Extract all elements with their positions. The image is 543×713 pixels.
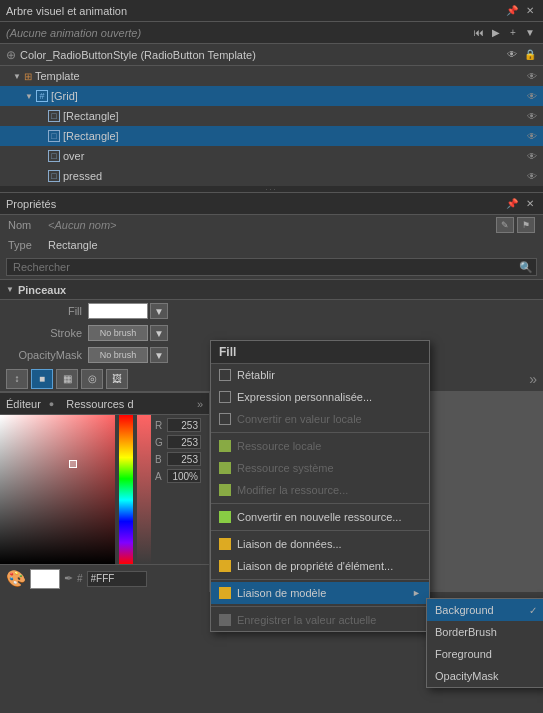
popup-item-retablir[interactable]: Rétablir <box>211 364 429 386</box>
r-input[interactable] <box>167 418 201 432</box>
a-label: A <box>155 471 167 482</box>
gradient-btn[interactable]: ▦ <box>56 369 78 389</box>
breadcrumb-lock-icon[interactable]: 🔒 <box>523 48 537 62</box>
tree-eye-pressed[interactable]: 👁 <box>525 169 539 183</box>
tree-arrow-rect1 <box>36 111 46 121</box>
liaison-modele-color <box>219 587 231 599</box>
add-icon[interactable]: + <box>506 26 520 40</box>
tree-eye-over[interactable]: 👁 <box>525 149 539 163</box>
popup-item-liaison-propriete[interactable]: Liaison de propriété d'élément... <box>211 555 429 577</box>
popup-item-expression[interactable]: Expression personnalisée... <box>211 386 429 408</box>
popup-sep1 <box>211 432 429 433</box>
ressource-locale-color <box>219 440 231 452</box>
breadcrumb: ⊕ Color_RadioButtonStyle (RadioButton Te… <box>0 44 543 66</box>
submenu-item-background[interactable]: Background ✓ <box>427 599 543 621</box>
tree-container: ⊞ Template 👁 # [Grid] 👁 □ [Rectangle] 👁 … <box>0 66 543 186</box>
convertir-ressource-label: Convertir en nouvelle ressource... <box>237 511 401 523</box>
popup-item-convertir-ressource[interactable]: Convertir en nouvelle ressource... <box>211 506 429 528</box>
submenu-item-foreground[interactable]: Foreground <box>427 643 543 665</box>
opacity-options-btn[interactable]: ▼ <box>150 347 168 363</box>
transform-btn[interactable]: ↕ <box>6 369 28 389</box>
stroke-options-btn[interactable]: ▼ <box>150 325 168 341</box>
popup-item-liaison-donnees[interactable]: Liaison de données... <box>211 533 429 555</box>
b-input[interactable] <box>167 452 201 466</box>
pin-icon[interactable]: 📌 <box>505 4 519 18</box>
tree-item-pressed[interactable]: □ pressed 👁 <box>0 166 543 186</box>
color-alpha-strip[interactable] <box>137 415 151 564</box>
rewind-icon[interactable]: ⏮ <box>472 26 486 40</box>
play-icon[interactable]: ▶ <box>489 26 503 40</box>
opacity-swatch[interactable]: No brush <box>88 347 148 363</box>
hex-input[interactable] <box>87 571 147 587</box>
convertir-ressource-color <box>219 511 231 523</box>
fill-label: Fill <box>8 305 88 317</box>
tree-eye-rect2[interactable]: 👁 <box>525 129 539 143</box>
eyedropper-icon[interactable]: ✒ <box>64 572 73 585</box>
properties-close-icon[interactable]: ✕ <box>523 197 537 211</box>
submenu-item-opacitymask[interactable]: OpacityMask <box>427 665 543 687</box>
popup-sep5 <box>211 606 429 607</box>
color-area: R G B A <box>0 415 209 564</box>
tree-eye-grid[interactable]: 👁 <box>525 89 539 103</box>
tree-item-grid[interactable]: # [Grid] 👁 <box>0 86 543 106</box>
tree-label-over: over <box>63 150 525 162</box>
color-gradient-bg <box>0 415 115 564</box>
opacity-label: OpacityMask <box>8 349 88 361</box>
search-input[interactable] <box>6 258 537 276</box>
chevron-icon[interactable]: ▼ <box>523 26 537 40</box>
submenu-item-borderbrush[interactable]: BorderBrush <box>427 621 543 643</box>
animation-dropdown-text: (Aucune animation ouverte) <box>6 27 141 39</box>
liaison-donnees-color <box>219 538 231 550</box>
g-row: G <box>155 434 201 450</box>
fill-swatch[interactable] <box>88 303 148 319</box>
color-picker-cursor[interactable] <box>69 460 77 468</box>
liaison-propriete-label: Liaison de propriété d'élément... <box>237 560 393 572</box>
image-btn[interactable]: 🖼 <box>106 369 128 389</box>
liaison-modele-submenu: Background ✓ BorderBrush Foreground Opac… <box>426 598 543 688</box>
more-icon[interactable]: » <box>529 371 537 387</box>
tree-eye-template[interactable]: 👁 <box>525 69 539 83</box>
name-edit-icon[interactable]: ✎ <box>496 217 514 233</box>
popup-item-ressource-locale: Ressource locale <box>211 435 429 457</box>
tree-eye-rect1[interactable]: 👁 <box>525 109 539 123</box>
solid-btn[interactable]: ■ <box>31 369 53 389</box>
tree-label-template: Template <box>35 70 525 82</box>
a-input[interactable] <box>167 469 201 483</box>
ressource-locale-label: Ressource locale <box>237 440 321 452</box>
expression-label: Expression personnalisée... <box>237 391 372 403</box>
color-swatches-icon[interactable]: 🎨 <box>6 569 26 588</box>
properties-pin-icon[interactable]: 📌 <box>505 197 519 211</box>
tree-item-rect1[interactable]: □ [Rectangle] 👁 <box>0 106 543 126</box>
editor-more-icon[interactable]: » <box>197 398 203 410</box>
color-hue-strip[interactable] <box>119 415 133 564</box>
g-input[interactable] <box>167 435 201 449</box>
tree-item-over[interactable]: □ over 👁 <box>0 146 543 166</box>
close-icon[interactable]: ✕ <box>523 4 537 18</box>
breadcrumb-eye-icon[interactable]: 👁 <box>505 48 519 62</box>
tree-arrow-template <box>12 71 22 81</box>
stroke-swatch[interactable]: No brush <box>88 325 148 341</box>
radial-btn[interactable]: ◎ <box>81 369 103 389</box>
template-icon: ⊞ <box>24 71 32 82</box>
tree-item-rect2[interactable]: □ [Rectangle] 👁 <box>0 126 543 146</box>
tree-item-template[interactable]: ⊞ Template 👁 <box>0 66 543 86</box>
fill-options-btn[interactable]: ▼ <box>150 303 168 319</box>
grid-icon: # <box>36 90 48 102</box>
popup-sep3 <box>211 530 429 531</box>
color-gradient-area[interactable] <box>0 415 115 564</box>
animation-dropdown[interactable]: (Aucune animation ouverte) ⏮ ▶ + ▼ <box>0 22 543 44</box>
tree-arrow-grid <box>24 91 34 101</box>
popup-sep2 <box>211 503 429 504</box>
tree-label-rect2: [Rectangle] <box>63 130 525 142</box>
type-row: Type Rectangle <box>0 235 543 255</box>
brushes-section-header[interactable]: ▼ Pinceaux <box>0 280 543 300</box>
name-flag-icon[interactable]: ⚑ <box>517 217 535 233</box>
modifier-ressource-color <box>219 484 231 496</box>
borderbrush-label: BorderBrush <box>435 626 497 638</box>
color-preview-swatch <box>30 569 60 589</box>
name-icons: ✎ ⚑ <box>496 217 535 233</box>
popup-item-liaison-modele[interactable]: Liaison de modèle ► <box>211 582 429 604</box>
retablir-checkbox <box>219 369 231 381</box>
rect2-icon: □ <box>48 130 60 142</box>
hex-label: # <box>77 573 83 584</box>
